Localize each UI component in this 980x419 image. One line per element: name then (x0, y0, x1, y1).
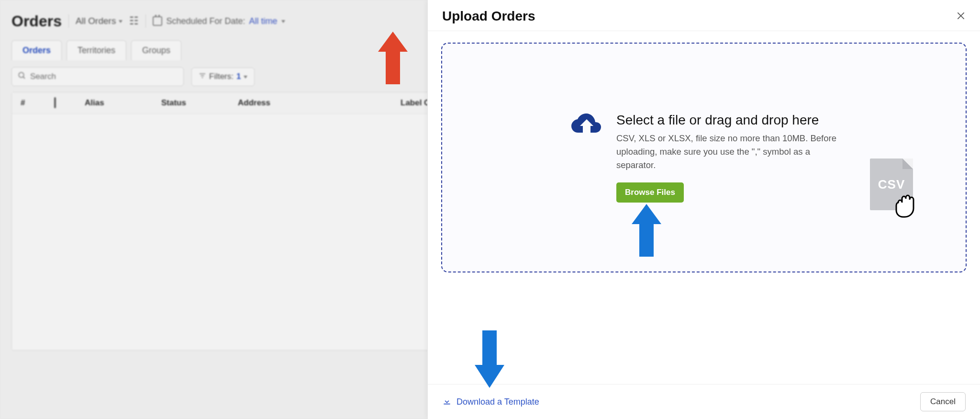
select-all-checkbox[interactable] (54, 98, 66, 108)
filters-label: Filters: (209, 72, 234, 81)
download-icon (442, 396, 452, 408)
annotation-arrow-template (475, 330, 504, 390)
all-orders-dropdown[interactable]: All Orders (76, 16, 122, 26)
scheduled-date-filter[interactable]: Scheduled For Date: All time (153, 16, 285, 26)
col-number: # (21, 98, 35, 108)
filters-button[interactable]: Filters: 1 (191, 68, 255, 86)
search-box[interactable] (11, 67, 184, 86)
col-alias[interactable]: Alias (85, 98, 142, 108)
download-template-label: Download a Template (457, 397, 539, 407)
modal-body: Select a file or drag and drop here CSV,… (428, 31, 980, 384)
col-status[interactable]: Status (161, 98, 219, 108)
modal-header: Upload Orders (428, 0, 980, 31)
modal-footer: Download a Template Cancel (428, 384, 980, 419)
scheduled-value: All time (249, 16, 278, 26)
page-title: Orders (11, 12, 62, 30)
svg-point-0 (19, 72, 24, 78)
filter-icon (199, 72, 206, 82)
annotation-arrow-upload (378, 32, 408, 86)
download-template-link[interactable]: Download a Template (442, 396, 539, 408)
file-dropzone[interactable]: Select a file or drag and drop here CSV,… (441, 43, 967, 272)
checkbox-icon (54, 97, 56, 108)
tab-groups[interactable]: Groups (131, 40, 181, 60)
chevron-down-icon (244, 76, 247, 79)
cancel-button[interactable]: Cancel (920, 392, 966, 411)
divider (68, 14, 69, 28)
dropzone-hint: CSV, XLS or XLSX, file size no more than… (616, 132, 846, 171)
columns-icon[interactable]: ☷ (129, 15, 139, 27)
grab-hand-icon (890, 188, 920, 221)
tab-territories[interactable]: Territories (67, 40, 126, 60)
calendar-icon (153, 16, 162, 26)
filters-count: 1 (236, 72, 241, 81)
tab-orders[interactable]: Orders (11, 40, 62, 60)
search-input[interactable] (30, 72, 178, 81)
search-icon (18, 71, 26, 82)
svg-line-1 (23, 77, 25, 79)
divider (145, 14, 146, 28)
chevron-down-icon (119, 20, 122, 23)
modal-title: Upload Orders (442, 9, 535, 24)
browse-files-button[interactable]: Browse Files (616, 182, 684, 203)
close-button[interactable] (956, 10, 966, 23)
dropzone-title: Select a file or drag and drop here (616, 113, 846, 128)
annotation-arrow-browse (632, 204, 661, 259)
all-orders-label: All Orders (76, 16, 116, 26)
chevron-down-icon (281, 20, 285, 23)
cloud-upload-icon (571, 113, 602, 138)
col-address[interactable]: Address (238, 98, 381, 108)
csv-illustration: CSV (870, 159, 913, 210)
upload-orders-modal: Upload Orders Select a file or drag and … (427, 0, 980, 419)
scheduled-label: Scheduled For Date: (166, 16, 245, 26)
